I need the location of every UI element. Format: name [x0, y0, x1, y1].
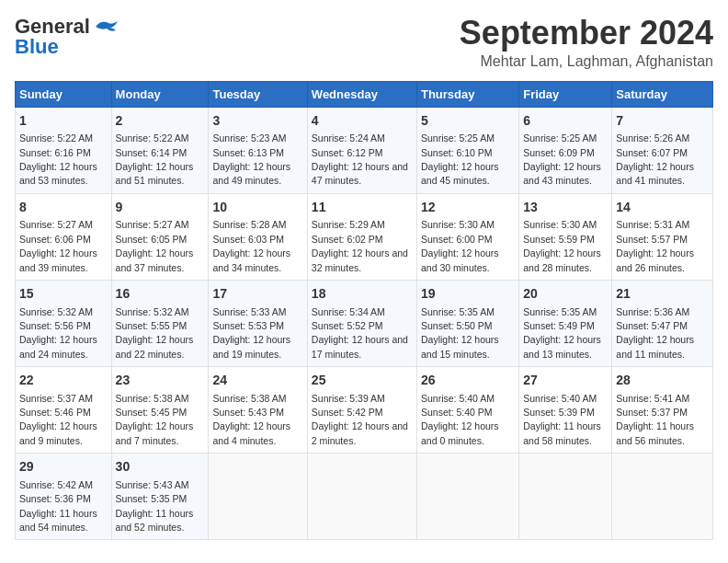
day-number: 27: [523, 372, 608, 390]
daylight-info: Daylight: 12 hours and 39 minutes.: [19, 247, 97, 272]
sunset-info: Sunset: 5:49 PM: [523, 320, 595, 331]
daylight-info: Daylight: 12 hours and 34 minutes.: [212, 247, 290, 272]
sunrise-info: Sunrise: 5:36 AM: [616, 306, 689, 317]
day-number: 19: [421, 285, 515, 304]
day-number: 24: [212, 372, 302, 390]
sunrise-info: Sunrise: 5:43 AM: [116, 479, 189, 490]
sunrise-info: Sunrise: 5:29 AM: [312, 219, 385, 230]
day-number: 12: [421, 199, 515, 217]
calendar-cell: 9 Sunrise: 5:27 AM Sunset: 6:05 PM Dayli…: [111, 193, 209, 280]
daylight-info: Daylight: 12 hours and 43 minutes.: [523, 161, 601, 186]
calendar-cell: 13 Sunrise: 5:30 AM Sunset: 5:59 PM Dayl…: [519, 193, 612, 280]
day-number: 4: [312, 112, 413, 131]
day-number: 29: [19, 458, 108, 477]
daylight-info: Daylight: 12 hours and 22 minutes.: [116, 334, 194, 359]
daylight-info: Daylight: 12 hours and 28 minutes.: [523, 247, 601, 272]
calendar-cell: 6 Sunrise: 5:25 AM Sunset: 6:09 PM Dayli…: [519, 107, 612, 193]
day-number: 10: [212, 199, 302, 217]
calendar-cell: 27 Sunrise: 5:40 AM Sunset: 5:39 PM Dayl…: [519, 367, 612, 454]
sunset-info: Sunset: 5:56 PM: [19, 320, 91, 331]
day-number: 13: [523, 199, 608, 217]
calendar-cell: 16 Sunrise: 5:32 AM Sunset: 5:55 PM Dayl…: [111, 280, 209, 366]
month-title: September 2024: [460, 15, 713, 52]
sunset-info: Sunset: 6:02 PM: [312, 234, 383, 245]
day-number: 9: [116, 199, 205, 217]
calendar-cell: 14 Sunrise: 5:31 AM Sunset: 5:57 PM Dayl…: [612, 193, 713, 280]
sunrise-info: Sunrise: 5:27 AM: [116, 219, 189, 230]
daylight-info: Daylight: 12 hours and 32 minutes.: [312, 247, 408, 272]
column-header-friday: Friday: [519, 81, 612, 107]
logo: General Blue: [15, 15, 121, 59]
sunset-info: Sunset: 6:05 PM: [116, 234, 188, 245]
column-header-monday: Monday: [111, 81, 209, 107]
sunrise-info: Sunrise: 5:22 AM: [116, 132, 189, 144]
title-section: September 2024 Mehtar Lam, Laghman, Afgh…: [460, 15, 713, 70]
day-number: 20: [523, 285, 608, 304]
calendar-cell: 25 Sunrise: 5:39 AM Sunset: 5:42 PM Dayl…: [307, 367, 416, 454]
daylight-info: Daylight: 11 hours and 56 minutes.: [616, 420, 694, 445]
sunset-info: Sunset: 5:59 PM: [523, 234, 595, 245]
sunset-info: Sunset: 5:43 PM: [212, 407, 284, 418]
daylight-info: Daylight: 12 hours and 51 minutes.: [116, 161, 194, 186]
calendar-week-row: 8 Sunrise: 5:27 AM Sunset: 6:06 PM Dayli…: [16, 193, 713, 280]
sunrise-info: Sunrise: 5:35 AM: [421, 306, 495, 317]
sunrise-info: Sunrise: 5:37 AM: [19, 393, 93, 404]
calendar-week-row: 1 Sunrise: 5:22 AM Sunset: 6:16 PM Dayli…: [16, 107, 713, 193]
sunrise-info: Sunrise: 5:41 AM: [616, 393, 689, 404]
daylight-info: Daylight: 11 hours and 52 minutes.: [116, 508, 194, 533]
calendar-cell: 7 Sunrise: 5:26 AM Sunset: 6:07 PM Dayli…: [612, 107, 713, 193]
day-number: 28: [616, 372, 709, 390]
calendar-cell: 11 Sunrise: 5:29 AM Sunset: 6:02 PM Dayl…: [307, 193, 416, 280]
column-header-wednesday: Wednesday: [307, 81, 416, 107]
daylight-info: Daylight: 12 hours and 41 minutes.: [616, 161, 694, 186]
daylight-info: Daylight: 12 hours and 47 minutes.: [312, 161, 408, 186]
day-number: 5: [421, 112, 515, 131]
day-number: 11: [312, 199, 413, 217]
calendar-week-row: 22 Sunrise: 5:37 AM Sunset: 5:46 PM Dayl…: [16, 367, 713, 454]
sunrise-info: Sunrise: 5:31 AM: [616, 219, 689, 230]
sunset-info: Sunset: 5:42 PM: [312, 407, 383, 418]
day-number: 26: [421, 372, 515, 390]
calendar-cell: 17 Sunrise: 5:33 AM Sunset: 5:53 PM Dayl…: [209, 280, 307, 366]
sunrise-info: Sunrise: 5:38 AM: [212, 393, 286, 404]
sunrise-info: Sunrise: 5:25 AM: [523, 132, 597, 144]
calendar-cell: 28 Sunrise: 5:41 AM Sunset: 5:37 PM Dayl…: [612, 367, 713, 454]
calendar-cell: 24 Sunrise: 5:38 AM Sunset: 5:43 PM Dayl…: [209, 367, 307, 454]
day-number: 21: [616, 285, 709, 304]
sunset-info: Sunset: 5:46 PM: [19, 407, 91, 418]
sunrise-info: Sunrise: 5:27 AM: [19, 219, 93, 230]
calendar-cell: 29 Sunrise: 5:42 AM Sunset: 5:36 PM Dayl…: [16, 454, 112, 540]
calendar-cell: [307, 454, 416, 540]
day-number: 30: [116, 458, 205, 477]
calendar-cell: 23 Sunrise: 5:38 AM Sunset: 5:45 PM Dayl…: [111, 367, 209, 454]
day-number: 1: [19, 112, 108, 131]
column-header-tuesday: Tuesday: [209, 81, 307, 107]
calendar-week-row: 15 Sunrise: 5:32 AM Sunset: 5:56 PM Dayl…: [16, 280, 713, 366]
sunset-info: Sunset: 6:12 PM: [312, 147, 383, 158]
calendar-cell: 18 Sunrise: 5:34 AM Sunset: 5:52 PM Dayl…: [307, 280, 416, 366]
column-header-sunday: Sunday: [16, 81, 112, 107]
sunset-info: Sunset: 5:55 PM: [116, 320, 188, 331]
sunrise-info: Sunrise: 5:33 AM: [212, 306, 286, 317]
sunrise-info: Sunrise: 5:30 AM: [421, 219, 495, 230]
daylight-info: Daylight: 12 hours and 17 minutes.: [312, 334, 408, 359]
day-number: 15: [19, 285, 108, 304]
sunrise-info: Sunrise: 5:38 AM: [116, 393, 189, 404]
calendar-cell: [416, 454, 518, 540]
sunset-info: Sunset: 6:03 PM: [212, 234, 284, 245]
day-number: 22: [19, 372, 108, 390]
sunset-info: Sunset: 6:07 PM: [616, 147, 688, 158]
sunrise-info: Sunrise: 5:42 AM: [19, 479, 93, 490]
daylight-info: Daylight: 12 hours and 49 minutes.: [212, 161, 290, 186]
sunset-info: Sunset: 6:10 PM: [421, 147, 493, 158]
calendar-cell: [612, 454, 713, 540]
sunset-info: Sunset: 6:13 PM: [212, 147, 284, 158]
sunset-info: Sunset: 5:45 PM: [116, 407, 188, 418]
sunrise-info: Sunrise: 5:24 AM: [312, 132, 385, 144]
calendar-cell: 8 Sunrise: 5:27 AM Sunset: 6:06 PM Dayli…: [16, 193, 112, 280]
day-number: 6: [523, 112, 608, 131]
day-number: 2: [116, 112, 205, 131]
calendar-cell: 4 Sunrise: 5:24 AM Sunset: 6:12 PM Dayli…: [307, 107, 416, 193]
calendar-cell: 5 Sunrise: 5:25 AM Sunset: 6:10 PM Dayli…: [416, 107, 518, 193]
sunrise-info: Sunrise: 5:35 AM: [523, 306, 597, 317]
